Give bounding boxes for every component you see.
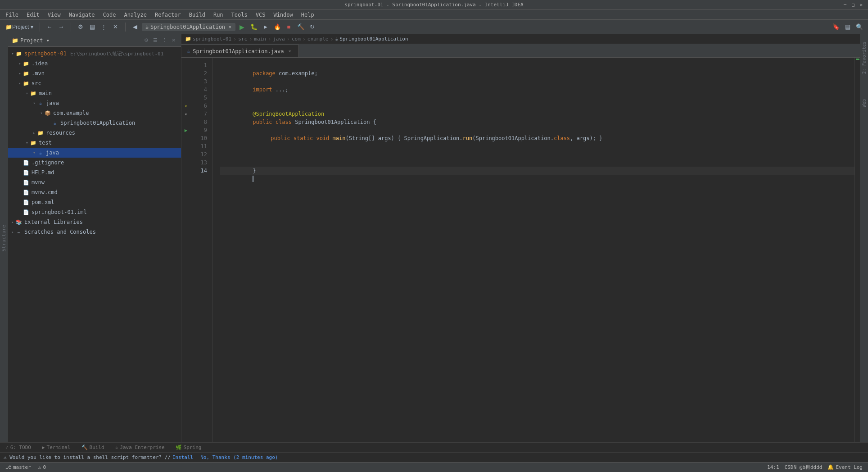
project-tool-config[interactable]: ⚙ xyxy=(142,36,150,45)
menu-tools[interactable]: Tools xyxy=(228,11,251,19)
menu-help[interactable]: Help xyxy=(298,11,318,19)
line-num-11: 11 xyxy=(190,142,212,150)
menu-analyze[interactable]: Analyze xyxy=(120,11,150,19)
editor-tab-active[interactable]: ☕ Springboot01Application.java × xyxy=(181,45,299,57)
bottom-tab-terminal[interactable]: ▶ Terminal xyxy=(36,443,76,453)
menu-file[interactable]: File xyxy=(2,11,22,19)
breadcrumb-main[interactable]: main xyxy=(254,36,266,42)
breadcrumb-src[interactable]: src xyxy=(238,36,247,42)
tree-item-resources[interactable]: ▸ 📁 resources xyxy=(8,128,181,138)
tree-item-pom[interactable]: ▸ 📄 pom.xml xyxy=(8,197,181,207)
code-line-11 xyxy=(220,142,854,150)
tree-item-mvnw[interactable]: ▸ 📄 mvnw xyxy=(8,177,181,187)
menu-code[interactable]: Code xyxy=(99,11,120,19)
tree-label-springboot-app: Springboot01Application xyxy=(60,120,135,126)
breadcrumb-com[interactable]: com xyxy=(292,36,301,42)
status-encoding[interactable]: CSDN @b树dddd xyxy=(783,463,824,472)
tree-label-gitignore: .gitignore xyxy=(32,159,64,166)
tree-item-scratches[interactable]: ▸ ✏️ Scratches and Consoles xyxy=(8,227,181,237)
tree-icon-help: 📄 xyxy=(23,169,30,176)
favorites-label[interactable]: 2: Favorites xyxy=(861,38,868,77)
tree-item-src[interactable]: ▾ 📁 src xyxy=(8,78,181,88)
bottom-tab-build[interactable]: 🔨 Build xyxy=(76,443,110,453)
tree-icon-com-example: 📦 xyxy=(44,109,51,117)
project-header: 📁 Project ▾ ⚙ ☰ ⋮ ✕ xyxy=(8,34,181,47)
left-vert-bar: Structure xyxy=(0,34,8,442)
structure-label[interactable]: Structure xyxy=(0,221,8,255)
bottom-tab-java-enterprise[interactable]: ☕ Java Enterprise xyxy=(110,443,170,453)
build-button[interactable]: 🔨 xyxy=(296,22,306,32)
close-button[interactable]: ✕ xyxy=(858,2,864,8)
menu-window[interactable]: Window xyxy=(270,11,296,19)
toolbar-more-button[interactable]: ⋮ xyxy=(99,22,109,32)
status-problems[interactable]: ⚠ 0 xyxy=(36,463,48,472)
tree-item-com-example[interactable]: ▾ 📦 com.example xyxy=(8,108,181,118)
tree-item-help[interactable]: ▸ 📄 HELP.md xyxy=(8,168,181,177)
encoding-label: CSDN @b树dddd xyxy=(785,464,823,471)
stop-button[interactable]: ■ xyxy=(284,22,294,32)
toolbar-project-dropdown[interactable]: 📁 Project ▾ xyxy=(4,22,35,32)
status-position[interactable]: 14:1 xyxy=(765,463,781,472)
tree-item-ext-libs[interactable]: ▸ 📚 External Libraries xyxy=(8,217,181,227)
toolbar-toggle-button[interactable]: ▤ xyxy=(87,22,97,32)
bookmark-button[interactable]: 🔖 xyxy=(831,22,841,32)
breadcrumb-java[interactable]: java xyxy=(273,36,285,42)
tree-item-main[interactable]: ▾ 📁 main xyxy=(8,88,181,98)
code-content[interactable]: package com.example; import ...; @Spring… xyxy=(213,58,854,442)
tree-item-gitignore[interactable]: ▸ 📄 .gitignore xyxy=(8,158,181,168)
tree-label-help: HELP.md xyxy=(32,169,54,176)
sync-button[interactable]: ↻ xyxy=(307,22,317,32)
project-tool-close[interactable]: ✕ xyxy=(169,36,177,45)
menu-build[interactable]: Build xyxy=(185,11,209,19)
menu-run[interactable]: Run xyxy=(210,11,227,19)
maximize-button[interactable]: □ xyxy=(850,2,856,8)
coverage-button[interactable]: ▶ xyxy=(261,22,271,32)
toolbar-nav-left[interactable]: ◀ xyxy=(130,22,140,32)
toolbar-forward-button[interactable]: → xyxy=(56,22,66,32)
tree-item-java-main[interactable]: ▾ ☕ java xyxy=(8,98,181,108)
search-everywhere-button[interactable]: 🔍 xyxy=(854,22,864,32)
minimize-button[interactable]: ─ xyxy=(842,2,848,8)
tree-item-mvnw-cmd[interactable]: ▸ 📄 mvnw.cmd xyxy=(8,187,181,197)
toolbar-layout-button[interactable]: ▤ xyxy=(843,22,853,32)
problems-count: 0 xyxy=(43,464,46,470)
code-line-10 xyxy=(220,134,854,142)
breadcrumb-root[interactable]: 📁 springboot-01 xyxy=(185,36,231,42)
gutter-9[interactable]: ▶ xyxy=(181,126,190,134)
menu-refactor[interactable]: Refactor xyxy=(151,11,185,19)
tree-item-springboot-app[interactable]: ▸ ☕ Springboot01Application xyxy=(8,118,181,128)
project-tool-sort[interactable]: ☰ xyxy=(151,36,159,45)
run-config-dropdown[interactable]: ☕ Springboot01Application ▾ xyxy=(142,23,235,31)
menu-navigate[interactable]: Navigate xyxy=(65,11,99,19)
web-label[interactable]: Web xyxy=(861,95,868,111)
toolbar-close-panel-button[interactable]: ✕ xyxy=(111,22,121,32)
run-button[interactable]: ▶ xyxy=(237,22,247,32)
tree-item-java-test[interactable]: ▾ ☕ java xyxy=(8,148,181,158)
profiler-button[interactable]: 🔥 xyxy=(272,22,282,32)
toolbar-back-button[interactable]: ← xyxy=(45,22,54,32)
bottom-tab-spring[interactable]: 🌿 Spring xyxy=(170,443,207,453)
debug-button[interactable]: 🐛 xyxy=(249,22,259,32)
install-button[interactable]: Install xyxy=(172,454,193,460)
breadcrumb-class[interactable]: ☕ Springboot01Application xyxy=(335,36,408,42)
tree-item-idea[interactable]: ▸ 📁 .idea xyxy=(8,59,181,68)
tab-close-button[interactable]: × xyxy=(287,48,293,54)
project-tool-settings[interactable]: ⋮ xyxy=(160,36,168,45)
status-event-log[interactable]: 🔔 Event Log xyxy=(826,463,864,472)
code-line-7: public class Springboot01Application { xyxy=(220,110,854,118)
no-thanks-button[interactable]: No, Thanks (2 minutes ago) xyxy=(200,454,278,460)
toolbar-settings-button[interactable]: ⚙ xyxy=(76,22,86,32)
build-label: Build xyxy=(90,445,104,450)
bottom-tab-todo[interactable]: ✓ 6: TODO xyxy=(0,443,36,453)
menu-view[interactable]: View xyxy=(44,11,64,19)
status-branch[interactable]: ⎇ master xyxy=(4,463,33,472)
gutter-7[interactable]: ▾ xyxy=(181,110,190,118)
menu-vcs[interactable]: VCS xyxy=(252,11,269,19)
tree-item-test[interactable]: ▾ 📁 test xyxy=(8,138,181,148)
breadcrumb-example[interactable]: example xyxy=(307,36,328,42)
menu-edit[interactable]: Edit xyxy=(23,11,43,19)
tree-item-root[interactable]: ▾ 📁 springboot-01 E:\Springboot\笔记\sprin… xyxy=(8,49,181,59)
tree-item-mvn[interactable]: ▸ 📁 .mvn xyxy=(8,68,181,78)
tree-item-iml[interactable]: ▸ 📄 springboot-01.iml xyxy=(8,207,181,217)
window-controls: ─ □ ✕ xyxy=(842,2,864,8)
